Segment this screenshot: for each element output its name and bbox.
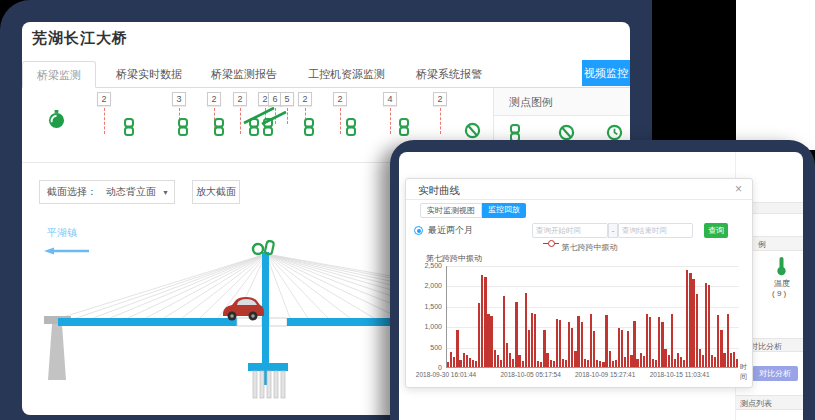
crane-lines-icon [240, 104, 292, 126]
sensor-count-badge[interactable]: 2 [333, 92, 347, 106]
chart-bar [556, 319, 558, 367]
chain-link-icon [345, 118, 357, 136]
chart-bar [459, 360, 461, 367]
chart-plot-area [446, 266, 738, 368]
chart-bar [680, 357, 682, 367]
gridline [447, 286, 739, 287]
chart-bar [686, 270, 688, 367]
temperature-count: ( 9 ) [772, 289, 786, 298]
clock-icon [606, 124, 623, 141]
chart-bar [512, 359, 514, 367]
video-monitor-button[interactable]: 视频监控 [582, 60, 630, 86]
chart-legend[interactable]: 第七跨跨中振动 [406, 242, 754, 253]
sensor-count-badge[interactable]: 2 [433, 92, 447, 106]
realtime-curve-modal: 实时曲线 × 实时监测视图 监控回放 最近两个月 - 查询 第七跨跨中振动 第七… [405, 178, 753, 388]
sensor-count-badge[interactable]: 2 [207, 92, 221, 106]
chart-bar [503, 296, 505, 367]
front-window-frame: 例 温度 ( 9 ) 对比分析 对比分析 测点列表 实时曲线 [390, 140, 815, 420]
tab-monitor-report[interactable]: 桥梁监测报告 [197, 61, 291, 88]
chart-bar [540, 362, 542, 367]
chart-bar [612, 361, 614, 367]
chart-bar [723, 353, 725, 367]
sensor-count-badge[interactable]: 2 [97, 92, 111, 106]
no-entry-icon [558, 124, 575, 141]
chart-bar [646, 314, 648, 367]
query-end-time-input[interactable] [618, 223, 693, 238]
chart-bar [602, 362, 604, 367]
compare-analysis-button[interactable]: 对比分析 [752, 366, 798, 381]
sensor-dashed-line [390, 108, 391, 134]
chart-bar [708, 285, 710, 367]
tab-monitor-playback[interactable]: 监控回放 [482, 203, 526, 218]
chart-bar [562, 359, 564, 367]
tab-bridge-monitor[interactable]: 桥梁监测 [22, 61, 96, 88]
chart-bar [497, 355, 499, 367]
chart-bar [636, 359, 638, 367]
chain-link-icon [213, 118, 225, 136]
chart-bar [649, 317, 651, 367]
chart-bar [702, 355, 704, 367]
chart-bar [466, 355, 468, 367]
x-tick-label: 2018-10-09 15:27:41 [565, 371, 645, 378]
chart-bar [699, 349, 701, 367]
legend-panel-title: 测点图例 [494, 88, 630, 116]
query-button[interactable]: 查询 [704, 223, 728, 238]
y-tick-label: 0 [406, 364, 442, 371]
chart-bar [531, 313, 533, 367]
chart-bar [655, 360, 657, 367]
chart-bar [664, 349, 666, 367]
chart-bar [605, 315, 607, 367]
chart-bar [490, 316, 492, 367]
chart-bar [506, 343, 508, 367]
sensor-count-badge[interactable]: 4 [383, 92, 397, 106]
chart-bar [534, 314, 536, 367]
query-start-time-input[interactable] [532, 223, 608, 238]
chart-bar [643, 356, 645, 367]
chart-bar [528, 330, 530, 367]
chart-bar [711, 355, 713, 367]
chart-bar [633, 321, 635, 367]
legend-marker-icon [543, 243, 559, 248]
chart-bar [677, 353, 679, 367]
sensor-count-badge[interactable]: 3 [172, 92, 186, 106]
chart-bar [599, 361, 601, 367]
sensor-count-badge[interactable]: 2 [298, 92, 312, 106]
tab-ipc-resource[interactable]: 工控机资源监测 [294, 61, 399, 88]
section-select-value: 动态背立面 [106, 185, 156, 199]
point-list-header: 测点列表 [740, 398, 772, 409]
chart-bar [658, 317, 660, 367]
tab-realtime-data[interactable]: 桥梁实时数据 [102, 61, 196, 88]
sensor-dashed-line [340, 108, 341, 134]
chart-bar [630, 355, 632, 367]
tab-realtime-view[interactable]: 实时监测视图 [420, 203, 482, 218]
y-tick-label: 2,500 [406, 262, 442, 269]
section-select-label: 截面选择： [40, 185, 101, 199]
chart-bar [683, 360, 685, 367]
compare-header: 对比分析 [750, 341, 782, 352]
section-select[interactable]: 动态背立面 ▼ [101, 185, 174, 199]
zoom-section-button[interactable]: 放大截面 [192, 180, 240, 204]
close-icon[interactable]: × [735, 182, 742, 196]
tab-system-alarm[interactable]: 桥梁系统报警 [402, 61, 496, 88]
legend-label: 第七跨跨中振动 [562, 243, 618, 252]
point-list-strip: 测点列表 [736, 395, 803, 410]
direction-label: 平湖镇 [47, 226, 77, 240]
screen: 芜湖长江大桥 桥梁监测 桥梁实时数据 桥梁监测报告 工控机资源监测 桥梁系统报警… [0, 0, 815, 420]
chart-bar [456, 330, 458, 367]
x-axis-title: 时间 [740, 362, 752, 382]
x-tick-label: 2018-10-15 11:03:41 [640, 371, 720, 378]
y-tick-label: 2,000 [406, 282, 442, 289]
car-icon [223, 297, 264, 321]
chart-bar [469, 358, 471, 367]
chart-bar [733, 352, 735, 368]
chart-bar [717, 315, 719, 367]
chart-bar [727, 314, 729, 367]
chart-bar [624, 357, 626, 367]
chart-bar [453, 357, 455, 367]
chart-bar [447, 362, 449, 367]
chart-bar [640, 353, 642, 367]
chart-bar [581, 322, 583, 367]
chart-bar [515, 302, 517, 367]
chain-link-icon [177, 118, 189, 136]
recent-two-months-radio[interactable] [414, 226, 423, 235]
